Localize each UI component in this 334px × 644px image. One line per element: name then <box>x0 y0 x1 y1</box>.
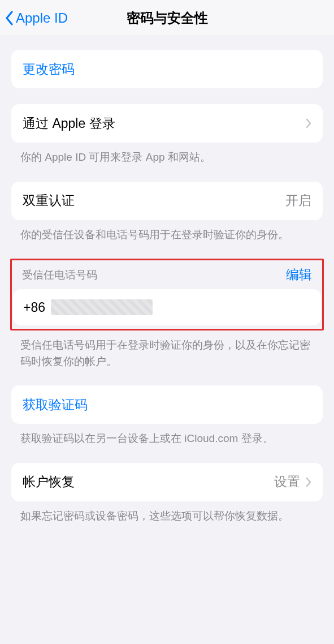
content: 更改密码 通过 Apple 登录 你的 Apple ID 可用来登录 App 和… <box>0 50 334 547</box>
two-factor-label: 双重认证 <box>23 192 75 209</box>
get-code-label: 获取验证码 <box>23 396 88 414</box>
trusted-phone-footer: 受信任电话号码用于在登录时验证你的身份，以及在你忘记密码时恢复你的帐户。 <box>0 330 334 370</box>
change-password-label: 更改密码 <box>23 61 75 78</box>
change-password-cell[interactable]: 更改密码 <box>11 50 323 88</box>
group-change-password: 更改密码 <box>0 50 334 88</box>
sign-in-with-apple-label: 通过 Apple 登录 <box>23 115 115 132</box>
get-code-cell[interactable]: 获取验证码 <box>11 385 323 424</box>
back-label: Apple ID <box>16 10 68 26</box>
group-sign-in-with-apple: 通过 Apple 登录 你的 Apple ID 可用来登录 App 和网站。 <box>0 104 334 166</box>
trusted-phone-highlight: 受信任电话号码 编辑 +86 <box>10 259 324 330</box>
navbar: Apple ID 密码与安全性 <box>0 0 334 36</box>
two-factor-footer: 你的受信任设备和电话号码用于在登录时验证你的身份。 <box>0 220 334 243</box>
group-trusted-phone: 受信任电话号码 编辑 +86 受信任电话号码用于在登录时验证你的身份，以及在你忘… <box>0 259 334 370</box>
chevron-right-icon <box>306 477 311 487</box>
two-factor-cell[interactable]: 双重认证 开启 <box>11 182 323 220</box>
trusted-phone-prefix: +86 <box>23 300 45 315</box>
sign-in-with-apple-footer: 你的 Apple ID 可用来登录 App 和网站。 <box>0 143 334 166</box>
get-code-footer: 获取验证码以在另一台设备上或在 iCloud.com 登录。 <box>0 424 334 447</box>
group-two-factor: 双重认证 开启 你的受信任设备和电话号码用于在登录时验证你的身份。 <box>0 182 334 243</box>
page-title: 密码与安全性 <box>127 9 208 27</box>
trusted-phone-header: 受信任电话号码 <box>22 268 97 282</box>
chevron-right-icon <box>306 118 311 128</box>
trusted-phone-redacted <box>51 299 153 315</box>
trusted-phone-edit-button[interactable]: 编辑 <box>286 266 312 284</box>
account-recovery-cell[interactable]: 帐户恢复 设置 <box>11 463 323 501</box>
two-factor-value: 开启 <box>285 192 311 209</box>
account-recovery-footer: 如果忘记密码或设备密码，这些选项可以帮你恢复数据。 <box>0 501 334 525</box>
chevron-left-icon <box>5 10 15 26</box>
sign-in-with-apple-cell[interactable]: 通过 Apple 登录 <box>11 104 323 143</box>
trusted-phone-cell[interactable]: +86 <box>13 289 321 325</box>
group-get-code: 获取验证码 获取验证码以在另一台设备上或在 iCloud.com 登录。 <box>0 385 334 447</box>
back-button[interactable]: Apple ID <box>0 10 68 26</box>
group-account-recovery: 帐户恢复 设置 如果忘记密码或设备密码，这些选项可以帮你恢复数据。 <box>0 463 334 525</box>
account-recovery-label: 帐户恢复 <box>23 473 75 491</box>
account-recovery-value: 设置 <box>274 473 300 491</box>
